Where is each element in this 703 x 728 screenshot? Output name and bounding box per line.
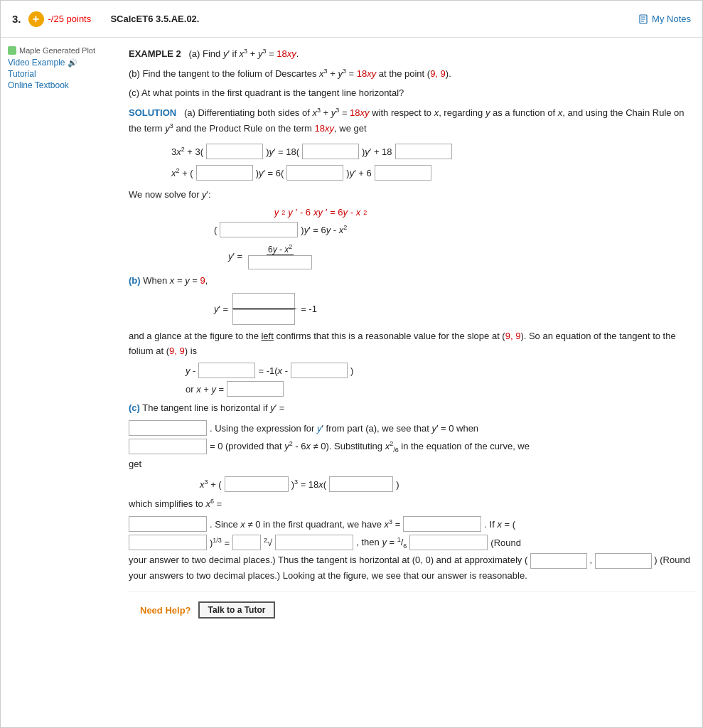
equation-block-1: 3x2 + 3( )y′ = 18( )y′ + 18 x2 + ( )y′ =… [171, 144, 695, 181]
sidebar: Maple Generated Plot Video Example 🔊 Tut… [8, 46, 122, 628]
eq4-line: ( )y′ = 6y - x2 [214, 222, 427, 237]
eq-line-2: x2 + ( )y′ = 6( )y′ + 6 [171, 165, 695, 181]
need-help-area: Need Help? Talk to a Tutor [129, 591, 695, 628]
tangent-y-val[interactable] [198, 363, 255, 378]
eq3-line: y2y′ - 6xy′ = 6y - x2 [214, 207, 427, 218]
final-eq2: )1/3 = 2√ , then y = 1/6 (Round [129, 535, 695, 550]
example-label: EXAMPLE 2 [129, 48, 181, 59]
example-header: EXAMPLE 2 (a) Find y′ if x3 + y3 = 18xy. [129, 46, 695, 62]
part-c-block: . Using the expression for y′ from part … [129, 420, 695, 454]
talk-to-tutor-button[interactable]: Talk to a Tutor [198, 601, 276, 619]
part-b-question: (b) Find the tangent to the folium of De… [129, 66, 695, 82]
eq2-box3[interactable] [375, 165, 431, 181]
solution-label: SOLUTION [129, 107, 176, 118]
final-calc-block: . Since x ≠ 0 in the first quadrant, we … [129, 516, 695, 584]
eq2-box2[interactable] [286, 165, 343, 181]
part-c-eq1: . Using the expression for y′ from part … [129, 420, 695, 436]
need-help-label: Need Help? [140, 605, 191, 616]
part-b-fraction-input [232, 293, 296, 325]
video-example-link[interactable]: Video Example 🔊 [8, 58, 114, 68]
part-b-denominator[interactable] [232, 309, 295, 325]
final-box6[interactable] [409, 535, 488, 550]
final-box1[interactable] [129, 516, 207, 532]
points-label: -/25 points [48, 14, 92, 24]
final-box5[interactable] [275, 535, 353, 550]
part-b-fraction: y′ = = -1 [214, 293, 695, 325]
part-c-question: (c) At what points in the first quadrant… [129, 86, 695, 101]
final-box2[interactable] [403, 516, 481, 532]
eq5-denom-box[interactable] [248, 255, 312, 269]
curve-eq-block: x3 + ( )3 = 18x( ) [200, 476, 695, 492]
part-c-label-line: (c) The tangent line is horizontal if y′… [129, 401, 695, 416]
curve-eq: x3 + ( )3 = 18x( ) [200, 476, 695, 492]
part-c-box1[interactable] [129, 420, 207, 436]
part-a-question: (a) Find y′ if x3 + y3 = 18xy. [189, 48, 299, 59]
solve-for-text: We now solve for y′: [129, 188, 695, 203]
online-textbook-link[interactable]: Online Textbook [8, 80, 114, 90]
solution-text: SOLUTION (a) Differentiating both sides … [129, 105, 695, 136]
approx-box2[interactable] [595, 553, 652, 569]
curve-box1[interactable] [225, 476, 289, 492]
tangent-eq-2: or x + y = [186, 381, 695, 397]
get-text: get [129, 457, 695, 472]
tangent-sum[interactable] [227, 381, 284, 397]
content-area: EXAMPLE 2 (a) Find y′ if x3 + y3 = 18xy.… [122, 46, 695, 628]
tangent-x-val[interactable] [291, 363, 348, 378]
eq1-box2[interactable] [302, 144, 359, 159]
part-b-label: (b) When x = y = 9, [129, 274, 695, 289]
eq2-box1[interactable] [196, 165, 253, 181]
part-c-eq2: = 0 (provided that y2 - 6x ≠ 0). Substit… [129, 439, 695, 454]
final-box4[interactable] [232, 535, 261, 550]
round-text-1: your answer to two decimal places.) Thus… [129, 553, 695, 584]
part-b-text: and a glance at the figure to the left c… [129, 329, 695, 359]
eq5-line: y′ = 6y - x2 [214, 243, 695, 269]
tutorial-link[interactable]: Tutorial [8, 69, 114, 79]
problem-code: SCalcET6 3.5.AE.02. [110, 14, 199, 24]
curve-box2[interactable] [329, 476, 393, 492]
problem-number: 3. [12, 13, 21, 25]
final-eq1: . Since x ≠ 0 in the first quadrant, we … [129, 516, 695, 532]
eq-line-1: 3x2 + 3( )y′ = 18( )y′ + 18 [171, 144, 695, 159]
my-notes-link[interactable]: My Notes [639, 14, 691, 24]
solve-equations: y2y′ - 6xy′ = 6y - x2 ( )y′ = 6y - x2 y′… [214, 207, 695, 269]
note-icon [639, 14, 649, 24]
eq1-box1[interactable] [206, 144, 263, 159]
main-content: Maple Generated Plot Video Example 🔊 Tut… [1, 38, 702, 637]
tangent-equations: y - = -1(x - ) or x + y = [186, 363, 695, 397]
final-box3[interactable] [129, 535, 207, 550]
tangent-eq-1: y - = -1(x - ) [186, 363, 695, 378]
simplifies-text: which simplifies to x6 = [129, 496, 695, 512]
add-button[interactable]: + [28, 11, 44, 27]
top-bar: 3. + -/25 points SCalcET6 3.5.AE.02. My … [1, 1, 702, 38]
part-b-numerator[interactable] [232, 293, 295, 309]
part-b-eq: y′ = = -1 [214, 293, 695, 325]
image-label: Maple Generated Plot [8, 46, 114, 55]
eq1-box3[interactable] [395, 144, 452, 159]
eq4-box[interactable] [220, 222, 298, 237]
approx-box1[interactable] [530, 553, 587, 569]
eq5-fraction: 6y - x2 [247, 243, 313, 269]
part-c-box2[interactable] [129, 439, 207, 454]
